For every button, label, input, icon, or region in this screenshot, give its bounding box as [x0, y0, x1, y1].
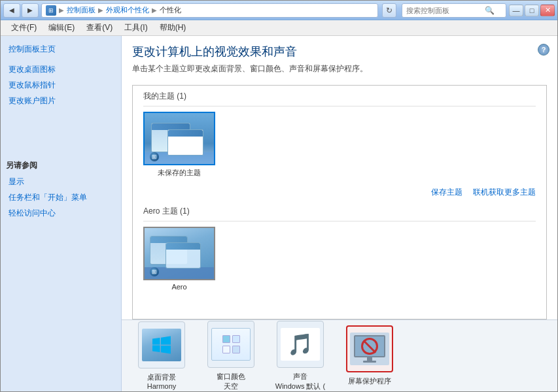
window-color-sublabel: 天空 [224, 382, 238, 391]
start-ball-unsaved: ⊞ [150, 152, 159, 161]
window-sim2-unsaved [167, 129, 203, 155]
sidebar-item-control-panel-home[interactable]: 控制面板主页 [6, 42, 116, 56]
desktop-bg-sublabel: Harmony [147, 382, 177, 390]
title-bar: ◀ ▶ ⊞ ▶ 控制面板 ▶ 外观和个性化 ▶ 个性化 ↻ 🔍 — □ ✕ [1, 1, 557, 20]
sidebar-also-see-title: 另请参阅 [6, 160, 116, 171]
theme-item-aero[interactable]: ⊞ Aero [143, 227, 215, 291]
screensaver-item[interactable]: 屏幕保护程序 [340, 325, 399, 386]
breadcrumb-icon: ⊞ [46, 5, 56, 16]
desktop-bg-label: 桌面背景 [147, 372, 176, 382]
sidebar-item-account-picture[interactable]: 更改账户图片 [6, 94, 116, 108]
start-ball-aero: ⊞ [150, 267, 159, 276]
sep3: ▶ [152, 7, 157, 14]
preview-aero-inner: ⊞ [145, 228, 214, 279]
menu-help[interactable]: 帮助(H) [154, 21, 192, 35]
sound-icon: 🎵 [281, 328, 320, 361]
search-input[interactable] [406, 7, 485, 14]
screensaver-icon [350, 333, 389, 365]
content-area: ? 更改计算机上的视觉效果和声音 单击某个主题立即更改桌面背景、窗口颜色、声音和… [122, 36, 557, 391]
my-themes-grid: ⊞ 未保存的主题 [143, 112, 536, 183]
back-button[interactable]: ◀ [3, 3, 20, 18]
screensaver-label: 屏幕保护程序 [348, 376, 391, 386]
theme-label-aero: Aero [171, 283, 186, 291]
desktop-bg-item[interactable]: 桌面背景 Harmony [132, 321, 191, 390]
my-themes-header: 我的主题 (1) [143, 86, 536, 106]
breadcrumb: ⊞ ▶ 控制面板 ▶ 外观和个性化 ▶ 个性化 [41, 3, 378, 18]
page-title: 更改计算机上的视觉效果和声音 [132, 44, 547, 59]
sidebar: 控制面板主页 更改桌面图标 更改鼠标指针 更改账户图片 另请参阅 显示 任务栏和… [1, 36, 122, 391]
menu-edit[interactable]: 编辑(E) [43, 21, 80, 35]
bottom-bar: 桌面背景 Harmony [122, 319, 557, 391]
get-more-themes-link[interactable]: 联机获取更多主题 [473, 187, 536, 198]
theme-preview-unsaved[interactable]: ⊞ [143, 112, 215, 165]
sidebar-item-accessibility[interactable]: 轻松访问中心 [6, 206, 116, 220]
menu-view[interactable]: 查看(V) [81, 21, 118, 35]
sound-icon-box[interactable]: 🎵 [277, 321, 324, 368]
window-color-label: 窗口颜色 [217, 372, 245, 382]
sound-label: 声音 [293, 372, 307, 382]
maximize-button[interactable]: □ [525, 5, 539, 16]
windows-logo-icon [152, 336, 171, 354]
help-button[interactable]: ? [538, 44, 549, 56]
window-color-item[interactable]: 窗口颜色 天空 [201, 321, 260, 391]
aero-themes-grid: ⊞ Aero [143, 227, 536, 296]
title-bar-left: ◀ ▶ ⊞ ▶ 控制面板 ▶ 外观和个性化 ▶ 个性化 ↻ 🔍 [3, 3, 506, 18]
main-layout: 控制面板主页 更改桌面图标 更改鼠标指针 更改账户图片 另请参阅 显示 任务栏和… [1, 36, 557, 391]
content-header: 更改计算机上的视觉效果和声音 单击某个主题立即更改桌面背景、窗口颜色、声音和屏幕… [122, 36, 557, 85]
search-bar: 🔍 [402, 3, 506, 18]
save-theme-link[interactable]: 保存主题 [431, 187, 462, 198]
menu-tools[interactable]: 工具(I) [119, 21, 152, 35]
sidebar-item-display[interactable]: 显示 [6, 175, 116, 189]
sound-sublabel: Windows 默认 ( [275, 382, 325, 391]
themes-actions: 保存主题 联机获取更多主题 [143, 183, 536, 201]
forward-button[interactable]: ▶ [22, 3, 39, 18]
content-wrapper: ? 更改计算机上的视觉效果和声音 单击某个主题立即更改桌面背景、窗口颜色、声音和… [122, 36, 557, 391]
close-button[interactable]: ✕ [540, 5, 555, 16]
theme-item-unsaved[interactable]: ⊞ 未保存的主题 [143, 112, 215, 178]
breadcrumb-current: 个性化 [160, 5, 181, 15]
main-window: ◀ ▶ ⊞ ▶ 控制面板 ▶ 外观和个性化 ▶ 个性化 ↻ 🔍 — □ ✕ [0, 0, 558, 392]
menu-file[interactable]: 文件(F) [6, 21, 42, 35]
minimize-button[interactable]: — [509, 5, 523, 16]
search-icon[interactable]: 🔍 [485, 6, 495, 15]
window-color-icon-box[interactable] [207, 321, 254, 368]
sidebar-also-see: 另请参阅 显示 任务栏和「开始」菜单 轻松访问中心 [6, 160, 116, 220]
sep2: ▶ [98, 7, 103, 14]
theme-preview-aero[interactable]: ⊞ [143, 227, 215, 280]
wallpaper-icon [142, 329, 181, 361]
wincolor-icon [211, 328, 251, 361]
preview-unsaved-inner: ⊞ [145, 113, 214, 164]
title-bar-controls: — □ ✕ [509, 5, 555, 16]
sidebar-main-section: 控制面板主页 更改桌面图标 更改鼠标指针 更改账户图片 [6, 42, 116, 108]
sound-item[interactable]: 🎵 声音 Windows 默认 ( [271, 321, 330, 391]
menu-bar: 文件(F) 编辑(E) 查看(V) 工具(I) 帮助(H) [1, 20, 557, 36]
theme-label-unsaved: 未保存的主题 [158, 168, 201, 178]
page-description: 单击某个主题立即更改桌面背景、窗口颜色、声音和屏幕保护程序。 [132, 63, 547, 74]
window-sim2-aero [166, 242, 201, 269]
screensaver-icon-box[interactable] [346, 325, 393, 372]
nav-btn-group: ◀ ▶ [3, 3, 39, 18]
sidebar-item-desktop-icons[interactable]: 更改桌面图标 [6, 63, 116, 76]
breadcrumb-appearance[interactable]: 外观和个性化 [106, 5, 149, 15]
breadcrumb-control-panel[interactable]: 控制面板 [67, 5, 96, 15]
sep1: ▶ [59, 7, 64, 14]
aero-themes-header: Aero 主题 (1) [143, 201, 536, 221]
sidebar-item-mouse-pointer[interactable]: 更改鼠标指针 [6, 78, 116, 92]
sidebar-item-taskbar[interactable]: 任务栏和「开始」菜单 [6, 191, 116, 204]
desktop-bg-icon-box[interactable] [138, 321, 185, 368]
themes-container[interactable]: 我的主题 (1) [132, 85, 547, 319]
refresh-button[interactable]: ↻ [382, 3, 396, 18]
